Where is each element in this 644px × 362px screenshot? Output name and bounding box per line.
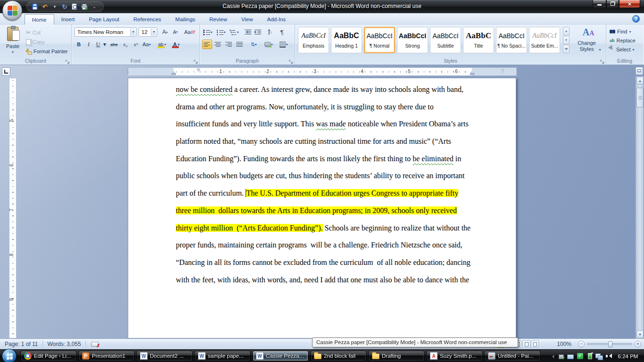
horizontal-ruler[interactable]: 11234567 <box>128 67 517 76</box>
line-spacing-button[interactable]: ⇅▾ <box>247 40 260 49</box>
subscript-button[interactable]: x₂ <box>121 40 130 49</box>
show-hide-pilcrow-button[interactable]: ¶ <box>277 27 287 37</box>
clock[interactable]: 6:24 PM <box>616 354 640 359</box>
tray-expand-icon[interactable]: ‹ <box>553 353 554 359</box>
format-painter-button[interactable]: Format Painter <box>26 47 68 55</box>
numbering-button[interactable]: ▾ <box>215 27 227 37</box>
zoom-slider-thumb[interactable] <box>608 341 612 347</box>
draft-view-button[interactable] <box>531 340 539 348</box>
quick-print-icon[interactable] <box>80 2 89 11</box>
align-right-button[interactable] <box>224 40 234 49</box>
taskbar-button-sample-pape[interactable]: sample pape... <box>195 351 250 361</box>
paragraph-dialog-launcher[interactable] <box>289 58 294 63</box>
undo-dropdown-icon[interactable]: ▾ <box>50 2 59 11</box>
display-settings-icon[interactable] <box>567 354 574 359</box>
taskbar-button-untitled-pai[interactable]: Untitled - Pai... <box>485 351 540 361</box>
paste-button[interactable]: Paste ▾ <box>2 26 23 60</box>
taskbar-button-2nd-block-fall[interactable]: 2nd block fall <box>311 351 366 361</box>
tab-page-layout[interactable]: Page Layout <box>82 14 126 25</box>
styles-dialog-launcher[interactable] <box>600 58 605 63</box>
taskbar-button-presentation1[interactable]: Presentation1 <box>79 351 134 361</box>
scroll-down-icon[interactable]: ▼ <box>636 330 644 338</box>
taskbar-button-drafting[interactable]: Drafting <box>369 351 424 361</box>
help-icon[interactable]: ? <box>632 15 640 23</box>
print-preview-icon[interactable] <box>70 2 79 11</box>
first-line-indent-marker[interactable] <box>197 68 200 73</box>
word-count[interactable]: Words: 3,055 <box>43 340 86 348</box>
change-styles-button[interactable]: AA Change Styles ▾ <box>573 26 603 61</box>
clear-formatting-button[interactable]: Aa <box>183 27 196 37</box>
align-center-button[interactable] <box>213 40 223 49</box>
font-name-dropdown-icon[interactable]: ▾ <box>130 28 136 36</box>
styles-scroll-down-icon[interactable]: ▾ <box>563 36 570 44</box>
battery-icon[interactable] <box>588 353 592 359</box>
justify-button[interactable] <box>235 40 245 49</box>
page-indicator[interactable]: Page: 1 of 11 <box>0 340 43 348</box>
tab-insert[interactable]: Insert <box>54 14 82 25</box>
styles-scroll-up-icon[interactable]: ▴ <box>563 27 570 35</box>
replace-button[interactable]: ab Replace <box>610 37 636 44</box>
increase-indent-button[interactable] <box>253 27 263 37</box>
font-name-select[interactable]: Times New Roman ▾ <box>74 27 137 37</box>
strikethrough-button[interactable]: abe <box>108 40 120 49</box>
ruler-toggle-button[interactable] <box>636 67 643 75</box>
tab-add-ins[interactable]: Add-Ins <box>260 14 293 25</box>
taskbar-button-edit-page-li[interactable]: Edit Page ‹ Li... <box>21 351 76 361</box>
style-title[interactable]: AaBbCTitle <box>463 27 494 53</box>
taskbar-button-suzy-smith-p[interactable]: Suzy Smith.p... <box>427 351 482 361</box>
borders-button[interactable]: ▾ <box>277 40 290 49</box>
tab-stop-selector[interactable] <box>2 67 10 76</box>
document-page[interactable]: now be considered a career. As interest … <box>128 78 516 338</box>
tab-review[interactable]: Review <box>202 14 234 25</box>
volume-icon[interactable] <box>606 353 612 359</box>
font-size-select[interactable]: 12 ▾ <box>139 27 157 37</box>
shading-button[interactable]: ▾ <box>262 40 275 49</box>
style-emphasis[interactable]: AaBbCcIEmphasis <box>298 27 329 53</box>
shrink-font-button[interactable]: A▾ <box>171 27 180 37</box>
font-dialog-launcher[interactable] <box>193 58 198 63</box>
bold-button[interactable]: B <box>74 40 83 49</box>
tab-references[interactable]: References <box>126 14 168 25</box>
text-highlight-button[interactable]: ab▾ <box>157 40 168 49</box>
style-subtitle[interactable]: AaBbCcISubtitle <box>430 27 461 53</box>
taskbar-button-cassie-pezza[interactable]: Cassie Pezza ... <box>253 351 308 361</box>
superscript-button[interactable]: x² <box>131 40 140 49</box>
scroll-up-icon[interactable]: ▲ <box>636 77 644 84</box>
style-heading-1[interactable]: AaBbCHeading 1 <box>331 27 362 53</box>
zoom-in-button[interactable]: + <box>635 341 641 347</box>
underline-dropdown-icon[interactable]: ▾ <box>102 40 107 49</box>
document-text[interactable]: now be considered a career. As interest … <box>176 81 478 288</box>
bullets-button[interactable]: ▾ <box>202 27 214 37</box>
left-indent-marker[interactable] <box>172 71 176 75</box>
font-size-dropdown-icon[interactable]: ▾ <box>151 28 157 36</box>
sort-button[interactable]: AZ↓ <box>265 27 275 37</box>
right-indent-marker[interactable] <box>470 71 474 75</box>
start-button[interactable] <box>2 349 17 362</box>
redo-icon[interactable]: ↻ <box>60 2 69 11</box>
vertical-scrollbar[interactable]: ▲ ▼ <box>636 76 644 338</box>
safely-remove-hardware-icon[interactable] <box>559 354 564 359</box>
styles-more-icon[interactable]: ▾ <box>563 45 570 53</box>
copy-button[interactable]: Copy <box>26 38 45 46</box>
style-normal[interactable]: AaBbCcI¶ Normal <box>364 27 395 53</box>
office-button[interactable] <box>2 0 22 20</box>
font-color-button[interactable]: A▾ <box>171 40 182 49</box>
underline-button[interactable]: U <box>94 40 102 49</box>
cut-button[interactable]: ✂ Cut <box>26 28 41 36</box>
italic-button[interactable]: I <box>84 40 93 49</box>
customize-qat-icon[interactable]: ⌄ <box>90 2 99 11</box>
minimize-button[interactable] <box>593 0 606 8</box>
tab-view[interactable]: View <box>234 14 260 25</box>
outline-view-button[interactable] <box>522 340 530 348</box>
zoom-out-button[interactable]: − <box>578 341 585 347</box>
tab-mailings[interactable]: Mailings <box>168 14 202 25</box>
align-left-button[interactable] <box>202 40 212 49</box>
network-icon[interactable] <box>595 354 603 359</box>
proofing-errors-icon[interactable]: ✗ <box>91 341 99 347</box>
style-no-spaci[interactable]: AaBbCcI¶ No Spaci... <box>496 27 527 53</box>
clipboard-dialog-launcher[interactable] <box>65 58 70 63</box>
tab-home[interactable]: Home <box>25 14 54 25</box>
security-check-icon[interactable] <box>577 353 583 359</box>
style-strong[interactable]: AaBbCcIStrong <box>397 27 428 53</box>
style-subtle-em[interactable]: AaBbCcISubtle Em... <box>529 27 560 53</box>
